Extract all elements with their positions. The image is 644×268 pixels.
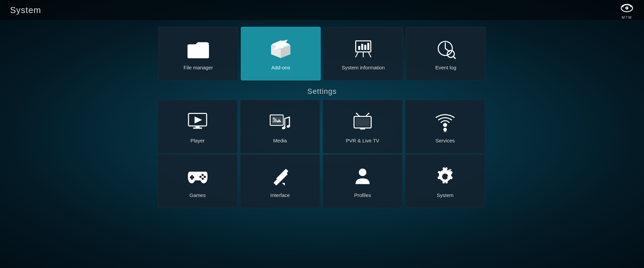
svg-marker-56	[282, 181, 286, 186]
tile-system-information[interactable]: System information	[323, 27, 403, 80]
interface-icon	[268, 165, 292, 188]
mtm-logo: MTM	[620, 1, 634, 19]
system-icon	[433, 165, 457, 188]
svg-rect-15	[367, 43, 369, 50]
games-icon	[186, 165, 209, 188]
player-icon	[186, 110, 209, 134]
services-icon	[433, 110, 457, 134]
main-content: File manager Add-ons	[0, 20, 644, 268]
settings-title: Settings	[158, 87, 486, 96]
svg-point-46	[443, 123, 447, 127]
svg-rect-4	[187, 44, 209, 58]
tile-event-log[interactable]: Event log	[406, 27, 486, 80]
tile-media[interactable]: Media	[240, 100, 320, 153]
svg-point-47	[443, 128, 447, 131]
tile-file-manager-label: File manager	[183, 65, 213, 70]
svg-rect-40	[356, 118, 370, 127]
mtm-icon	[620, 1, 634, 15]
svg-line-16	[356, 52, 359, 57]
tile-games-label: Games	[190, 192, 206, 198]
svg-line-23	[453, 56, 456, 59]
svg-rect-49	[190, 176, 194, 179]
tile-services-label: Services	[435, 138, 455, 143]
tile-system-label: System	[437, 192, 453, 198]
tile-player[interactable]: Player	[158, 100, 237, 153]
eventlog-icon	[434, 37, 458, 61]
tile-profiles-label: Profiles	[354, 192, 371, 198]
svg-rect-14	[364, 45, 366, 50]
tile-player-label: Player	[191, 138, 205, 143]
top-tiles: File manager Add-ons	[158, 27, 486, 80]
svg-point-2	[626, 7, 628, 9]
tile-system[interactable]: System	[405, 154, 485, 208]
app-title: System	[10, 5, 41, 15]
tile-profiles[interactable]: Profiles	[323, 154, 402, 208]
svg-point-57	[359, 169, 366, 176]
pvr-icon	[351, 110, 374, 134]
media-icon	[268, 110, 292, 134]
svg-marker-26	[195, 116, 202, 123]
tile-games[interactable]: Games	[158, 154, 237, 208]
svg-rect-13	[361, 44, 363, 50]
tile-event-log-label: Event log	[435, 65, 457, 70]
tile-interface-label: Interface	[270, 192, 290, 198]
svg-point-58	[442, 174, 448, 180]
svg-point-33	[273, 117, 275, 119]
tile-pvr[interactable]: PVR & Live TV	[323, 100, 402, 153]
tile-services[interactable]: Services	[405, 100, 485, 153]
folder-icon	[186, 37, 210, 61]
profiles-icon	[351, 165, 374, 188]
svg-rect-12	[358, 46, 360, 50]
addons-icon	[269, 37, 292, 61]
settings-grid: Player	[158, 100, 486, 206]
tile-system-information-label: System information	[342, 65, 385, 70]
tile-add-ons[interactable]: Add-ons	[241, 27, 321, 80]
svg-rect-43	[360, 128, 365, 130]
svg-point-52	[201, 178, 204, 180]
tile-media-label: Media	[273, 138, 287, 143]
sysinfo-icon	[352, 37, 375, 61]
mtm-label: MTM	[622, 15, 632, 19]
tile-file-manager[interactable]: File manager	[158, 27, 238, 80]
tile-pvr-label: PVR & Live TV	[346, 138, 379, 143]
svg-line-35	[285, 117, 289, 119]
tile-add-ons-label: Add-ons	[271, 65, 290, 70]
tile-interface[interactable]: Interface	[240, 154, 320, 208]
svg-point-50	[201, 174, 204, 176]
settings-section: Settings Player	[158, 87, 486, 206]
svg-point-53	[199, 176, 202, 178]
svg-point-51	[204, 176, 206, 178]
svg-line-17	[368, 52, 371, 57]
svg-rect-28	[193, 127, 202, 129]
top-bar: System MTM	[0, 0, 644, 20]
